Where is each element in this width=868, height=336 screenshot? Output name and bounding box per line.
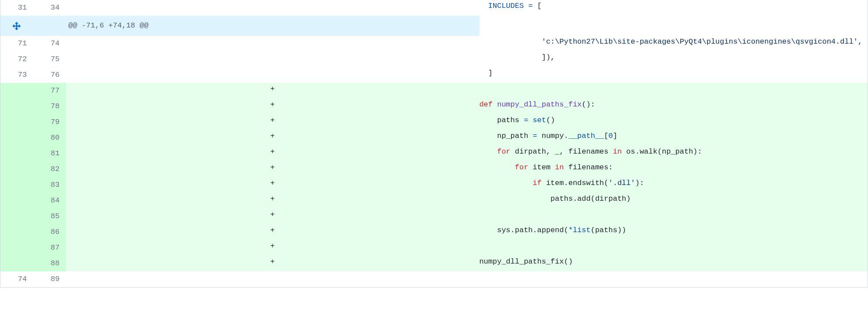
- new-line-number[interactable]: 78: [33, 99, 66, 114]
- diff-line: 86+ sys.path.append(*list(paths)): [0, 224, 868, 240]
- code-content: [479, 83, 868, 99]
- diff-line: 3134 INCLUDES = [: [0, 0, 868, 16]
- code-content: ]),: [479, 51, 868, 67]
- new-line-number[interactable]: 79: [33, 114, 66, 130]
- diff-line: 79+ paths = set(): [0, 114, 868, 130]
- diff-marker: +: [66, 83, 479, 99]
- diff-marker: +: [66, 224, 479, 240]
- old-line-number[interactable]: 73: [0, 67, 33, 83]
- code-content: [479, 271, 868, 288]
- old-line-number[interactable]: [0, 83, 33, 99]
- code-content: numpy_dll_paths_fix(): [479, 256, 868, 271]
- diff-marker: +: [66, 161, 479, 177]
- new-line-number[interactable]: 81: [33, 146, 66, 161]
- new-line-number[interactable]: 74: [33, 36, 66, 51]
- code-content: for item in filenames:: [479, 161, 868, 177]
- diff-line: 83+ if item.endswith('.dll'):: [0, 177, 868, 193]
- diff-marker: +: [66, 240, 479, 256]
- diff-marker: +: [66, 146, 479, 161]
- code-content: np_path = numpy.__path__[0]: [479, 130, 868, 146]
- code-content: 'c:\Python27\Lib\site-packages\PyQt4\plu…: [479, 36, 868, 51]
- old-line-number[interactable]: [0, 146, 33, 161]
- old-line-number[interactable]: [0, 161, 33, 177]
- code-content: [479, 240, 868, 256]
- new-line-number[interactable]: 89: [33, 271, 66, 288]
- new-line-number[interactable]: 34: [33, 0, 66, 16]
- diff-marker: +: [66, 114, 479, 130]
- diff-marker: [66, 36, 479, 51]
- new-line-number[interactable]: 82: [33, 161, 66, 177]
- diff-marker: +: [66, 193, 479, 209]
- old-line-number[interactable]: [0, 256, 33, 271]
- diff-marker: +: [66, 209, 479, 224]
- diff-line: 7275 ]),: [0, 51, 868, 67]
- new-line-number[interactable]: 75: [33, 51, 66, 67]
- expand-icon[interactable]: [0, 16, 33, 36]
- diff-marker: +: [66, 130, 479, 146]
- diff-marker: [66, 271, 479, 288]
- new-line-number[interactable]: 76: [33, 67, 66, 83]
- old-line-number[interactable]: 31: [0, 0, 33, 16]
- old-line-number[interactable]: 72: [0, 51, 33, 67]
- old-line-number[interactable]: [0, 224, 33, 240]
- code-content: sys.path.append(*list(paths)): [479, 224, 868, 240]
- old-line-number[interactable]: [0, 130, 33, 146]
- marker-cell: [33, 16, 66, 36]
- diff-line: 78+def numpy_dll_paths_fix():: [0, 99, 868, 114]
- diff-line: 7376 ]: [0, 67, 868, 83]
- diff-marker: +: [66, 99, 479, 114]
- diff-line: 87+: [0, 240, 868, 256]
- new-line-number[interactable]: 83: [33, 177, 66, 193]
- diff-line: 81+ for dirpath, _, filenames in os.walk…: [0, 146, 868, 161]
- diff-marker: +: [66, 177, 479, 193]
- code-content: [479, 209, 868, 224]
- old-line-number[interactable]: [0, 209, 33, 224]
- code-content: for dirpath, _, filenames in os.walk(np_…: [479, 146, 868, 161]
- new-line-number[interactable]: 86: [33, 224, 66, 240]
- diff-line: 88+numpy_dll_paths_fix(): [0, 256, 868, 271]
- code-content: INCLUDES = [: [479, 0, 868, 16]
- new-line-number[interactable]: 80: [33, 130, 66, 146]
- diff-marker: [66, 0, 479, 16]
- diff-line: 7489: [0, 271, 868, 288]
- code-content: ]: [479, 67, 868, 83]
- diff-table: 3134 INCLUDES = [@@ -71,6 +74,18 @@7174 …: [0, 0, 868, 288]
- old-line-number[interactable]: [0, 240, 33, 256]
- new-line-number[interactable]: 84: [33, 193, 66, 209]
- new-line-number[interactable]: 87: [33, 240, 66, 256]
- diff-line: 7174 'c:\Python27\Lib\site-packages\PyQt…: [0, 36, 868, 51]
- diff-marker: [66, 51, 479, 67]
- hunk-header-text: @@ -71,6 +74,18 @@: [66, 16, 479, 36]
- old-line-number[interactable]: [0, 193, 33, 209]
- old-line-number[interactable]: 74: [0, 271, 33, 288]
- diff-line: 85+: [0, 209, 868, 224]
- code-content: paths.add(dirpath): [479, 193, 868, 209]
- diff-line: 80+ np_path = numpy.__path__[0]: [0, 130, 868, 146]
- new-line-number[interactable]: 88: [33, 256, 66, 271]
- old-line-number[interactable]: [0, 114, 33, 130]
- code-content: if item.endswith('.dll'):: [479, 177, 868, 193]
- diff-marker: [66, 67, 479, 83]
- code-content: paths = set(): [479, 114, 868, 130]
- diff-line: 82+ for item in filenames:: [0, 161, 868, 177]
- old-line-number[interactable]: 71: [0, 36, 33, 51]
- new-line-number[interactable]: 77: [33, 83, 66, 99]
- code-content: def numpy_dll_paths_fix():: [479, 99, 868, 114]
- diff-line: 77+: [0, 83, 868, 99]
- diff-line: 84+ paths.add(dirpath): [0, 193, 868, 209]
- old-line-number[interactable]: [0, 177, 33, 193]
- old-line-number[interactable]: [0, 99, 33, 114]
- diff-marker: +: [66, 256, 479, 271]
- hunk-header-row: @@ -71,6 +74,18 @@: [0, 16, 868, 36]
- new-line-number[interactable]: 85: [33, 209, 66, 224]
